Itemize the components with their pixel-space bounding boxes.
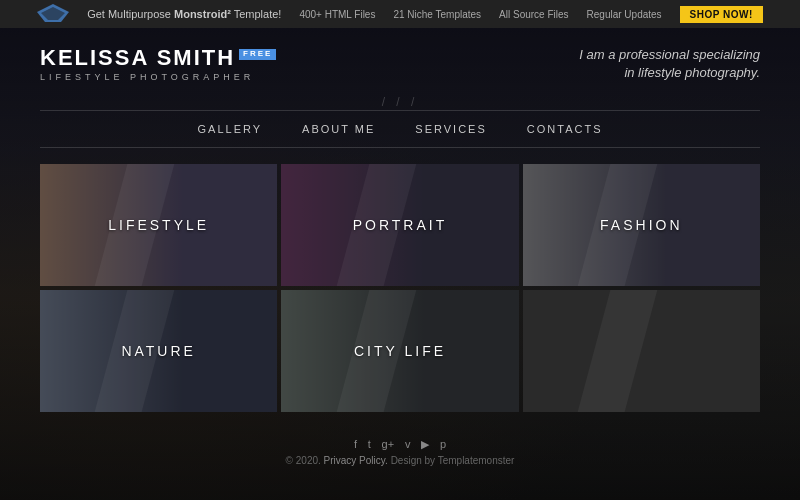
promo-bar: Get Multipurpose Monstroid² Template! 40… xyxy=(0,0,800,28)
facebook-icon[interactable]: f xyxy=(354,438,357,450)
nav-services[interactable]: SERVICES xyxy=(415,119,486,139)
brand-name: KELISSA SMITHFREE xyxy=(40,46,276,70)
gallery-label-city: CITY LIFE xyxy=(354,343,446,359)
gallery-label-lifestyle: LIFESTYLE xyxy=(108,217,209,233)
promo-bold: Monstroid² xyxy=(174,8,231,20)
gallery-grid: LIFESTYLE PORTRAIT FASHION NATURE CITY L… xyxy=(0,148,800,428)
nav-about[interactable]: ABOUT ME xyxy=(302,119,375,139)
promo-link-html[interactable]: 400+ HTML Files xyxy=(299,9,375,20)
gallery-label-fashion: FASHION xyxy=(600,217,682,233)
twitter-icon[interactable]: t xyxy=(368,438,371,450)
brand-badge: FREE xyxy=(239,49,276,60)
shop-now-button[interactable]: SHOP NOW! xyxy=(680,6,763,23)
gallery-item-city[interactable]: CITY LIFE xyxy=(281,290,518,412)
footer-copyright: © 2020. Privacy Policy. Design by Templa… xyxy=(10,455,790,466)
gallery-overlay-fashion: FASHION xyxy=(523,164,760,286)
gallery-item-empty xyxy=(523,290,760,412)
gallery-label-nature: NATURE xyxy=(121,343,196,359)
promo-link-source[interactable]: All Source Files xyxy=(499,9,568,20)
footer: f t g+ v ▶ p © 2020. Privacy Policy. Des… xyxy=(0,428,800,476)
footer-social-icons: f t g+ v ▶ p xyxy=(10,438,790,451)
promo-link-updates[interactable]: Regular Updates xyxy=(587,9,662,20)
gallery-item-lifestyle[interactable]: LIFESTYLE xyxy=(40,164,277,286)
gallery-overlay-city: CITY LIFE xyxy=(281,290,518,412)
nav-gallery[interactable]: GALLERY xyxy=(198,119,263,139)
gallery-label-portrait: PORTRAIT xyxy=(353,217,448,233)
vimeo-icon[interactable]: v xyxy=(405,438,411,450)
gallery-item-nature[interactable]: NATURE xyxy=(40,290,277,412)
brand-subtitle: LIFESTYLE PHOTOGRAPHER xyxy=(40,72,276,82)
gallery-item-fashion[interactable]: FASHION xyxy=(523,164,760,286)
promo-link-niche[interactable]: 21 Niche Templates xyxy=(393,9,481,20)
nav-contacts[interactable]: CONTACTS xyxy=(527,119,603,139)
brand: KELISSA SMITHFREE LIFESTYLE PHOTOGRAPHER xyxy=(40,46,276,82)
promo-text: Get Multipurpose Monstroid² Template! xyxy=(87,8,281,20)
main-nav: GALLERY ABOUT ME SERVICES CONTACTS xyxy=(40,110,760,148)
gallery-overlay-nature: NATURE xyxy=(40,290,277,412)
gallery-overlay-lifestyle: LIFESTYLE xyxy=(40,164,277,286)
gallery-item-portrait[interactable]: PORTRAIT xyxy=(281,164,518,286)
promo-logo-icon xyxy=(37,4,69,24)
decorative-lines xyxy=(40,92,760,106)
google-plus-icon[interactable]: g+ xyxy=(382,438,395,450)
header-description: I am a professional specializingin lifes… xyxy=(579,46,760,82)
header: KELISSA SMITHFREE LIFESTYLE PHOTOGRAPHER… xyxy=(0,28,800,92)
gallery-overlay-portrait: PORTRAIT xyxy=(281,164,518,286)
pinterest-icon[interactable]: p xyxy=(440,438,446,450)
privacy-link[interactable]: Privacy Policy. xyxy=(324,455,388,466)
youtube-icon[interactable]: ▶ xyxy=(421,438,429,451)
